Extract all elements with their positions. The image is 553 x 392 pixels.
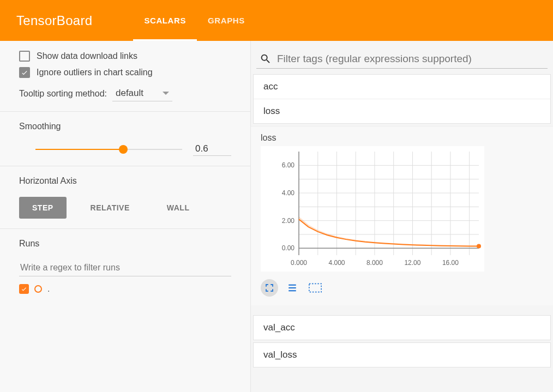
toggle-y-icon[interactable] — [284, 279, 301, 297]
tag-panel-valloss: val_loss — [253, 342, 551, 367]
svg-text:4.00: 4.00 — [282, 189, 295, 197]
checkbox-label: Ignore outliers in chart scaling — [37, 68, 153, 77]
content: acclossloss0.002.004.006.000.0004.0008.0… — [251, 41, 553, 392]
axis-section: Horizontal Axis STEPRELATIVEWALL — [0, 166, 250, 229]
svg-point-19 — [477, 244, 481, 249]
tab-scalars[interactable]: SCALARS — [133, 0, 197, 41]
tag-panel-valacc: val_acc — [253, 315, 551, 340]
checkbox-icon — [19, 67, 30, 78]
ignore-outliers-checkbox[interactable]: Ignore outliers in chart scaling — [19, 67, 231, 78]
svg-text:0.00: 0.00 — [282, 244, 295, 252]
header-tabs: SCALARSGRAPHS — [133, 0, 255, 41]
runs-filter-input[interactable] — [19, 260, 231, 276]
svg-text:8.000: 8.000 — [366, 259, 383, 267]
svg-text:0.000: 0.000 — [291, 259, 307, 267]
tab-graphs[interactable]: GRAPHS — [197, 0, 256, 41]
tag-header-loss[interactable]: loss — [254, 99, 550, 123]
tag-header-acc[interactable]: acc — [254, 75, 550, 99]
tag-panels: acclossloss0.002.004.006.000.0004.0008.0… — [251, 74, 553, 367]
svg-rect-32 — [309, 284, 321, 292]
smoothing-value-input[interactable]: 0.6 — [193, 142, 231, 156]
axis-title: Horizontal Axis — [19, 176, 231, 186]
svg-text:16.00: 16.00 — [442, 259, 459, 267]
smoothing-section: Smoothing 0.6 — [0, 112, 250, 166]
run-name: . — [47, 284, 50, 294]
search-icon — [260, 53, 272, 65]
svg-text:2.00: 2.00 — [282, 217, 295, 225]
fit-domain-icon[interactable] — [306, 279, 324, 297]
runs-list: . — [19, 284, 231, 294]
axis-btn-relative[interactable]: RELATIVE — [77, 197, 143, 219]
loss-chart-svg: 0.002.004.006.000.0004.0008.00012.0016.0… — [261, 146, 484, 272]
app-header: TensorBoard SCALARSGRAPHS — [0, 0, 553, 41]
svg-text:4.000: 4.000 — [328, 259, 345, 267]
tooltip-sort-row: Tooltip sorting method: default — [19, 86, 231, 101]
tooltip-sort-select[interactable]: default — [112, 86, 172, 101]
chart-title: loss — [261, 133, 543, 143]
tag-panel-group: accloss — [253, 74, 551, 124]
checkbox-icon — [19, 51, 30, 62]
tooltip-sort-label: Tooltip sorting method: — [19, 89, 107, 99]
expand-icon[interactable] — [261, 279, 278, 297]
slider-thumb-icon[interactable] — [119, 145, 128, 154]
runs-title: Runs — [19, 239, 231, 249]
sidebar: Show data download links Ignore outliers… — [0, 41, 251, 392]
brand-title: TensorBoard — [16, 13, 92, 28]
tag-search-input[interactable] — [277, 53, 544, 65]
tag-search-bar — [256, 51, 548, 69]
svg-text:6.00: 6.00 — [282, 161, 295, 169]
axis-btn-step[interactable]: STEP — [19, 197, 67, 219]
axis-btn-wall[interactable]: WALL — [154, 197, 203, 219]
show-download-checkbox[interactable]: Show data download links — [19, 51, 231, 62]
runs-section: Runs . — [0, 229, 250, 304]
smoothing-title: Smoothing — [19, 122, 231, 131]
checkbox-label: Show data download links — [37, 51, 137, 61]
loss-chart-panel: loss0.002.004.006.000.0004.0008.00012.00… — [251, 126, 553, 305]
options-section: Show data download links Ignore outliers… — [0, 41, 250, 112]
main: Show data download links Ignore outliers… — [0, 41, 553, 392]
smoothing-slider[interactable] — [35, 144, 182, 155]
tag-header-valloss[interactable]: val_loss — [254, 343, 550, 367]
run-color-icon[interactable] — [34, 285, 42, 293]
run-checkbox[interactable] — [19, 284, 29, 294]
axis-buttons: STEPRELATIVEWALL — [19, 197, 231, 219]
svg-text:12.00: 12.00 — [404, 259, 420, 267]
tag-header-valacc[interactable]: val_acc — [254, 316, 550, 340]
